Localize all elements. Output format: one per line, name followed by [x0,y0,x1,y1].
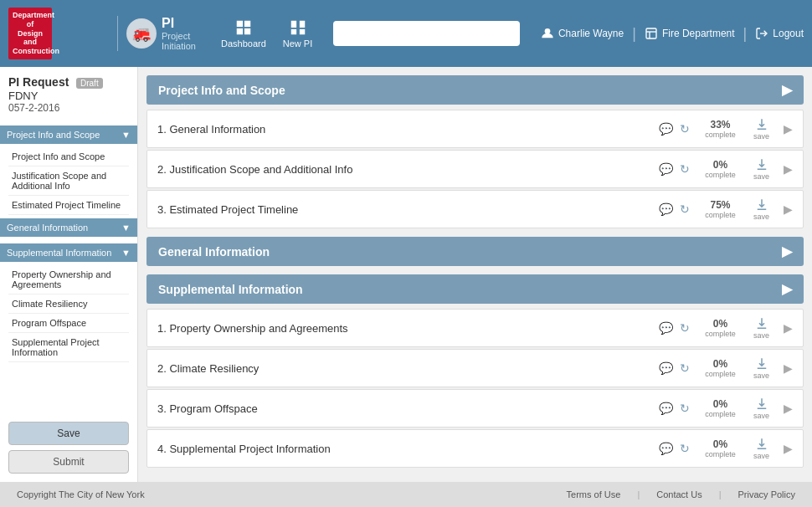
separator2: | [743,25,748,43]
section-header-1[interactable]: General Information ▶ [146,237,804,266]
section-title-2: Supplemental Information [158,283,303,296]
row-progress-0-2: 75% complete [702,199,739,219]
department-button[interactable]: Fire Department [645,27,735,40]
sidebar-section-supplemental[interactable]: Supplemental Information ▼ [0,243,137,262]
sidebar-section-2-items: Property Ownership and Agreements Climat… [8,265,129,362]
table-row[interactable]: 2. Justification Scope and Additional In… [146,150,804,188]
footer-privacy[interactable]: Privacy Policy [738,489,795,499]
row-icons-2-0: 💬 ↻ [659,321,690,335]
comment-icon[interactable]: 💬 [659,321,673,335]
row-label-0-2: 3. Estimated Project Timeline [157,203,659,216]
save-icon-label: save [753,331,769,340]
search-input[interactable] [333,21,520,46]
svg-rect-6 [290,29,296,34]
sidebar-section-0-items: Project Info and Scope Justification Sco… [8,147,129,215]
svg-rect-9 [646,28,656,38]
search-bar[interactable] [333,21,520,46]
comment-icon[interactable]: 💬 [659,122,673,136]
refresh-icon[interactable]: ↻ [680,202,690,216]
svg-rect-2 [237,28,243,34]
row-label-0-0: 1. General Information [157,123,659,136]
progress-pct: 33% [710,119,730,131]
progress-pct: 0% [713,318,727,330]
sidebar-link-timeline[interactable]: Estimated Project Timeline [8,196,129,215]
comment-icon[interactable]: 💬 [659,361,673,375]
sidebar-link-supplemental-project[interactable]: Supplemental Project Information [8,333,129,362]
svg-rect-0 [237,21,243,27]
section-header-0[interactable]: Project Info and Scope ▶ [146,75,804,105]
sidebar-section-project-info[interactable]: Project Info and Scope ▼ [0,125,137,144]
footer: Copyright The City of New York Terms of … [0,482,812,507]
row-icons-0-0: 💬 ↻ [659,122,690,136]
table-row[interactable]: 2. Climate Resiliency 💬 ↻ 0% complete sa… [146,349,804,387]
row-label-2-1: 2. Climate Resiliency [157,362,659,375]
section-chevron-0: ▶ [782,82,792,98]
row-save-0-2[interactable]: save [751,197,772,221]
footer-sep1: | [637,489,640,499]
table-row[interactable]: 4. Supplemental Project Information 💬 ↻ … [146,429,804,468]
table-row[interactable]: 3. Program Offspace 💬 ↻ 0% complete save… [146,389,804,428]
user-button[interactable]: Charlie Wayne [541,27,624,40]
draft-badge: Draft [76,78,103,89]
row-chevron-0-2: ▶ [784,202,793,216]
row-save-0-0[interactable]: save [751,117,772,141]
refresh-icon[interactable]: ↻ [680,162,690,176]
section-header-2[interactable]: Supplemental Information ▶ [146,274,804,304]
section-items-0: 1. General Information 💬 ↻ 33% complete … [146,110,804,228]
table-row[interactable]: 1. General Information 💬 ↻ 33% complete … [146,110,804,148]
progress-pct: 0% [713,159,727,171]
save-icon-label: save [753,213,769,221]
row-chevron-2-0: ▶ [784,321,793,335]
sidebar-header: PI Request Draft FDNY 057-2-2016 [8,75,129,122]
row-save-0-1[interactable]: save [751,157,772,181]
nyc-logo: Department of Design and Construction [8,8,52,59]
footer-terms[interactable]: Terms of Use [567,489,621,499]
sidebar: PI Request Draft FDNY 057-2-2016 Project… [0,67,138,482]
sidebar-link-project-info-scope[interactable]: Project Info and Scope [8,147,129,166]
refresh-icon[interactable]: ↻ [680,402,690,415]
section-title-1: General Information [158,245,270,259]
row-chevron-2-2: ▶ [784,402,793,415]
sidebar-title: PI Request [8,75,69,89]
refresh-icon[interactable]: ↻ [680,442,690,455]
table-row[interactable]: 3. Estimated Project Timeline 💬 ↻ 75% co… [146,190,804,228]
row-save-2-0[interactable]: save [751,316,772,340]
row-icons-0-2: 💬 ↻ [659,202,690,216]
separator1: | [632,25,636,43]
comment-icon[interactable]: 💬 [659,402,673,415]
sidebar-date: 057-2-2016 [8,102,129,114]
footer-links: Terms of Use | Contact Us | Privacy Poli… [567,489,795,499]
logout-button[interactable]: Logout [755,27,804,40]
row-save-2-2[interactable]: save [751,397,772,420]
refresh-icon[interactable]: ↻ [680,122,690,136]
save-button[interactable]: Save [8,422,129,445]
nav-new-pi[interactable]: New PI [283,18,312,49]
table-row[interactable]: 1. Property Ownership and Agreements 💬 ↻… [146,309,804,347]
progress-pct: 75% [710,199,730,211]
sidebar-link-justification[interactable]: Justification Scope and Additional Info [8,166,129,196]
comment-icon[interactable]: 💬 [659,202,673,216]
row-save-2-1[interactable]: save [751,356,772,380]
submit-button[interactable]: Submit [8,450,129,474]
sidebar-section-general-info[interactable]: General Information ▼ [0,218,137,237]
row-save-2-3[interactable]: save [751,437,772,460]
sidebar-section-label-1: General Information [7,223,88,233]
sidebar-link-program[interactable]: Program Offspace [8,314,129,333]
comment-icon[interactable]: 💬 [659,162,673,176]
save-icon-label: save [753,132,769,141]
svg-point-8 [545,28,551,34]
sidebar-link-climate[interactable]: Climate Resiliency [8,294,129,314]
footer-contact[interactable]: Contact Us [656,489,702,499]
user-name: Charlie Wayne [558,28,624,39]
nav-dashboard[interactable]: Dashboard [221,18,266,49]
sidebar-link-property[interactable]: Property Ownership and Agreements [8,265,129,294]
progress-pct: 0% [713,438,727,450]
save-icon-label: save [753,412,769,420]
pi-truck-icon: 🚒 [126,18,157,49]
refresh-icon[interactable]: ↻ [680,361,690,375]
comment-icon[interactable]: 💬 [659,442,673,455]
refresh-icon[interactable]: ↻ [680,321,690,335]
progress-label: complete [705,370,736,378]
user-area: Charlie Wayne | Fire Department | Logout [541,25,804,43]
sidebar-section-arrow-0: ▼ [121,130,131,140]
